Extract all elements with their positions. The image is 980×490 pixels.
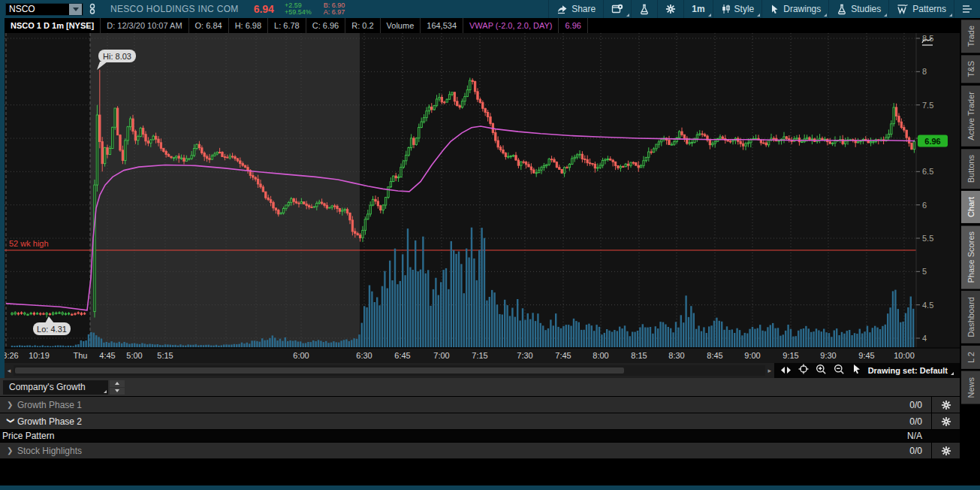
sidebar-tab-phase-scores[interactable]: Phase Scores xyxy=(961,225,980,289)
panel-row-label: Growth Phase 1 xyxy=(17,400,82,410)
thinkorswim-window: NESCO HOLDINGS INC COM 6.94 +2.59 +59.54… xyxy=(0,0,980,490)
flask-icon xyxy=(639,4,650,15)
sidebar-tab-dashboard[interactable]: Dashboard xyxy=(961,291,980,343)
pan-arrows-icon[interactable] xyxy=(780,364,792,377)
svg-text:6:00: 6:00 xyxy=(293,351,309,360)
studies-button[interactable]: Studies xyxy=(829,0,888,18)
gear-icon xyxy=(665,4,676,14)
sidebar-tab-l2[interactable]: L 2 xyxy=(961,346,980,369)
panel-row-label: Growth Phase 2 xyxy=(17,416,82,427)
svg-text:5: 5 xyxy=(922,267,927,276)
share-icon xyxy=(556,4,568,14)
panel-row-growth-phase-1[interactable]: ❯ Growth Phase 1 0/0 xyxy=(0,397,960,413)
svg-text:7:30: 7:30 xyxy=(517,351,532,360)
panel-row-value: 0/0 xyxy=(909,446,931,456)
svg-text:9:45: 9:45 xyxy=(858,351,874,360)
scrollbar-track[interactable] xyxy=(14,365,765,376)
scrollbar-thumb[interactable] xyxy=(15,368,624,374)
calendar-events-button[interactable] xyxy=(604,0,631,18)
chart-style-icon xyxy=(721,4,731,14)
svg-text:6:45: 6:45 xyxy=(394,351,410,360)
quick-study-button[interactable] xyxy=(632,0,657,18)
svg-text:4: 4 xyxy=(922,334,927,343)
window-bottom-edge xyxy=(0,485,980,490)
zoom-in-icon[interactable] xyxy=(816,364,827,378)
svg-text:9:30: 9:30 xyxy=(820,351,836,360)
panel-row-value: N/A xyxy=(907,431,931,441)
timeframe-button[interactable]: 1m xyxy=(684,0,712,18)
style-button[interactable]: Style xyxy=(713,0,762,18)
header-open: O: 6.84 xyxy=(189,18,229,33)
scroll-right-arrow[interactable]: ▸ xyxy=(765,363,774,378)
menu-icon xyxy=(962,5,972,14)
header-datetime: D: 12/3/20 10:07 AM xyxy=(101,18,188,33)
chart-nav-controls: Drawing set: Default xyxy=(774,363,960,378)
panel-spinner-down[interactable] xyxy=(110,388,125,395)
svg-text:6:30: 6:30 xyxy=(356,351,372,360)
svg-text:8:00: 8:00 xyxy=(593,351,608,360)
symbol-input[interactable] xyxy=(6,4,69,14)
scroll-left-arrow[interactable]: ◂ xyxy=(5,363,14,378)
patterns-label: Patterns xyxy=(912,4,946,14)
crosshair-icon[interactable] xyxy=(798,364,809,377)
price-chart[interactable]: 52 wk highHi: 8.03Lo: 4.318.587.576.565.… xyxy=(5,33,960,363)
settings-button[interactable] xyxy=(658,0,683,18)
zoom-out-icon[interactable] xyxy=(834,364,845,378)
sidebar-tab-chart[interactable]: Chart xyxy=(961,191,980,223)
sidebar-tab-news[interactable]: News xyxy=(961,371,980,404)
panel-row-growth-phase-2[interactable]: ❯ Growth Phase 2 0/0 xyxy=(0,413,960,430)
studies-flask-icon xyxy=(837,4,847,15)
link-icon[interactable] xyxy=(88,3,97,15)
panel-spinner-up[interactable] xyxy=(110,380,125,387)
panel-gear-button[interactable] xyxy=(931,413,960,429)
chevron-down-icon: ❯ xyxy=(7,418,15,425)
gear-icon xyxy=(941,400,951,410)
svg-text:6.96: 6.96 xyxy=(924,137,940,146)
svg-text:8: 8 xyxy=(922,67,927,76)
sidebar-tab-trade[interactable]: Trade xyxy=(961,20,980,53)
svg-text:8:30: 8:30 xyxy=(668,351,684,360)
change-percent: +59.54% xyxy=(285,9,312,16)
svg-text:10:00: 10:00 xyxy=(894,351,915,360)
calendar-news-icon xyxy=(611,4,623,14)
bid-ask: B: 6.90 A: 6.97 xyxy=(324,2,345,16)
svg-text:6.5: 6.5 xyxy=(922,167,933,176)
sidebar-tab-tands[interactable]: T&S xyxy=(961,55,980,83)
chevron-right-icon: ❯ xyxy=(7,446,14,455)
panel-gear-button[interactable] xyxy=(931,397,960,413)
drawings-button[interactable]: Drawings xyxy=(762,0,828,18)
chart-header: NSCO 1 D 1m [NYSE] D: 12/3/20 10:07 AM O… xyxy=(5,18,960,33)
sidebar-tab-active-trader[interactable]: Active Trader xyxy=(961,86,980,147)
drawing-set-selector[interactable]: Drawing set: Default xyxy=(868,366,954,375)
share-button[interactable]: Share xyxy=(549,0,603,18)
symbol-dropdown-button[interactable] xyxy=(69,4,82,15)
price-change: +2.59 +59.54% xyxy=(285,2,312,16)
panel-row-price-pattern: Price Pattern N/A xyxy=(0,430,960,443)
sidebar-tab-buttons[interactable]: Buttons xyxy=(961,149,980,189)
header-low: L: 6.78 xyxy=(268,18,306,33)
svg-text:5:00: 5:00 xyxy=(126,351,142,360)
chart-title: NSCO 1 D 1m [NYSE] xyxy=(5,18,101,33)
panel-gear-button[interactable] xyxy=(931,443,960,458)
patterns-button[interactable]: Patterns xyxy=(889,0,954,18)
cursor-arrow-icon xyxy=(770,4,779,14)
studies-label: Studies xyxy=(851,4,881,14)
vwap-study-label[interactable]: VWAP (-2.0, 2.0, DAY) xyxy=(463,18,559,33)
svg-text:8:26: 8:26 xyxy=(5,351,19,360)
top-toolbar: NESCO HOLDINGS INC COM 6.94 +2.59 +59.54… xyxy=(0,0,980,18)
svg-text:9:00: 9:00 xyxy=(744,351,760,360)
panel-group-combo[interactable]: Company's Growth xyxy=(3,380,108,395)
company-name: NESCO HOLDINGS INC COM xyxy=(110,4,239,14)
chart-menu-button[interactable] xyxy=(954,0,980,18)
svg-text:Thu: Thu xyxy=(74,351,88,360)
svg-text:Hi: 8.03: Hi: 8.03 xyxy=(103,52,131,61)
style-label: Style xyxy=(734,4,755,14)
ask-value: A: 6.97 xyxy=(324,9,345,16)
svg-text:7:15: 7:15 xyxy=(472,351,487,360)
last-price: 6.94 xyxy=(254,3,274,15)
pointer-tool-icon[interactable] xyxy=(852,364,861,377)
panel-row-stock-highlights[interactable]: ❯ Stock Highlights 0/0 xyxy=(0,443,960,459)
panel-row-value: 0/0 xyxy=(909,416,931,427)
svg-text:4.5: 4.5 xyxy=(922,301,933,310)
vwap-value: 6.96 xyxy=(559,18,587,33)
